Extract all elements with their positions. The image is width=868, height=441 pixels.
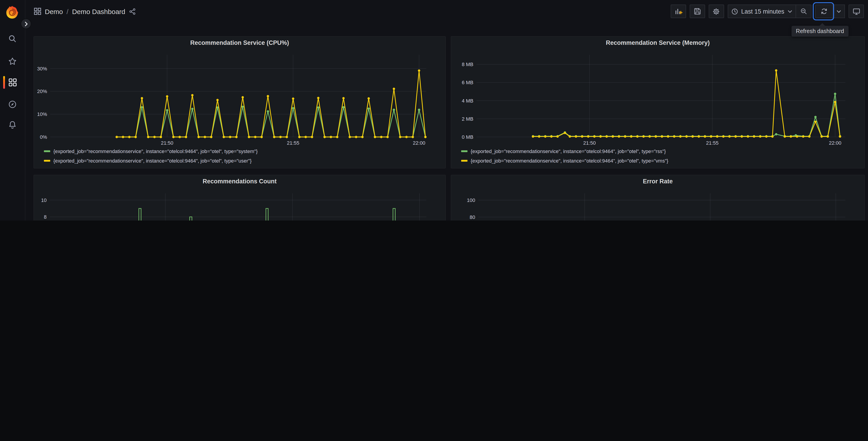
y-axis-tick-label: 8 — [44, 214, 46, 220]
dashboards-grid-icon[interactable] — [34, 8, 41, 15]
y-axis-tick-label: 2 MB — [462, 116, 473, 122]
y-axis-tick-label: 100 — [467, 198, 475, 203]
time-range-label: Last 15 minutes — [741, 8, 784, 15]
y-axis-tick-label: 30% — [37, 66, 47, 71]
sidebar-item-starred[interactable] — [0, 53, 25, 69]
y-axis-tick-label: 8 MB — [462, 62, 473, 67]
zoom-out-time-button[interactable] — [796, 4, 811, 18]
legend-series-label[interactable]: {exported_job="recommendationservice", i… — [53, 158, 252, 164]
compass-icon — [8, 100, 17, 109]
legend-series-label[interactable]: {exported_job="recommendationservice", i… — [471, 148, 666, 154]
legend-series-label[interactable]: {exported_job="recommendationservice", i… — [471, 158, 668, 164]
grafana-dashboard: Demo / Demo Dashboard Last 15 minutes — [0, 0, 868, 220]
x-axis-tick-label: 21:50 — [583, 140, 596, 146]
x-axis-tick-label: 21:50 — [161, 140, 173, 146]
sidebar-item-explore[interactable] — [0, 96, 25, 112]
time-controls: Last 15 minutes — [727, 4, 811, 18]
toolbar: Last 15 minutes — [671, 4, 864, 18]
panel-cpu: Recommendation Service (CPU%) 0%10%20%30… — [33, 36, 446, 169]
save-icon — [693, 8, 701, 15]
sidebar-item-dashboards[interactable] — [0, 75, 25, 90]
legend: {exported_job="recommendationservice", i… — [461, 146, 861, 166]
legend-series-label[interactable]: {exported_job="recommendationservice", i… — [53, 148, 258, 154]
y-axis-tick-label: 6 MB — [462, 80, 473, 85]
apps-grid-icon — [8, 78, 17, 86]
legend-item[interactable]: {exported_job="recommendationservice", i… — [44, 146, 442, 156]
y-axis-tick-label: 10% — [37, 111, 47, 117]
breadcrumb-section[interactable]: Demo — [45, 7, 63, 15]
share-icon[interactable] — [129, 8, 136, 15]
y-axis-tick-label: 80 — [470, 214, 475, 220]
grafana-logo-icon[interactable] — [5, 5, 20, 20]
x-axis-tick-label: 22:00 — [413, 140, 425, 146]
refresh-interval-picker[interactable] — [833, 4, 845, 18]
cycle-view-mode-button[interactable] — [848, 4, 864, 18]
legend-series-swatch[interactable] — [461, 160, 467, 162]
sidebar-item-alerting[interactable] — [0, 117, 25, 132]
y-axis-tick-label: 10 — [41, 198, 46, 203]
y-axis-tick-label: 4 MB — [462, 98, 473, 104]
x-axis-tick-label: 21:55 — [287, 140, 299, 146]
breadcrumb: Demo / Demo Dashboard — [34, 7, 136, 15]
sidebar — [0, 0, 25, 220]
y-axis-tick-label: 20% — [37, 89, 47, 94]
breadcrumb-separator: / — [66, 7, 68, 15]
refresh-dashboard-button[interactable] — [815, 4, 833, 18]
x-axis-tick-label: 22:00 — [829, 140, 841, 146]
dashboard-settings-button[interactable] — [709, 4, 724, 18]
plot-canvas[interactable]: 024681021:5021:5522:00 — [34, 175, 445, 220]
legend-series-swatch[interactable] — [44, 160, 50, 162]
panel-memory: Recommendation Service (Memory) 0 MB2 MB… — [451, 36, 865, 169]
chevron-down-icon — [836, 9, 841, 14]
chevron-down-icon — [787, 9, 793, 14]
active-indicator — [3, 76, 5, 89]
monitor-icon — [852, 7, 860, 15]
panel-recommendations-count: Recommendations Count 024681021:5021:552… — [33, 175, 446, 220]
legend-item[interactable]: {exported_job="recommendationservice", i… — [44, 156, 442, 166]
search-icon — [8, 34, 17, 43]
y-axis-tick-label: 0% — [40, 134, 47, 140]
plot-canvas[interactable]: 02040608010021:5021:5522:00 — [451, 175, 864, 220]
breadcrumb-dashboard[interactable]: Demo Dashboard — [72, 7, 125, 15]
panel-error-rate: Error Rate 02040608010021:5021:5522:00{i… — [451, 175, 865, 220]
sidebar-item-search[interactable] — [0, 31, 25, 46]
star-icon — [8, 57, 17, 65]
bell-icon — [8, 120, 17, 129]
legend: {exported_job="recommendationservice", i… — [44, 146, 442, 166]
add-panel-icon — [674, 7, 682, 16]
clock-icon — [731, 8, 738, 15]
add-panel-button[interactable] — [671, 4, 686, 18]
zoom-out-icon — [800, 8, 807, 15]
time-range-picker[interactable]: Last 15 minutes — [727, 4, 796, 18]
y-axis-tick-label: 0 MB — [462, 134, 473, 140]
sidebar-expand-button[interactable] — [21, 19, 31, 29]
x-axis-tick-label: 21:55 — [706, 140, 718, 146]
refresh-icon — [820, 8, 828, 15]
gear-icon — [712, 7, 720, 15]
legend-item[interactable]: {exported_job="recommendationservice", i… — [461, 146, 861, 156]
refresh-tooltip: Refresh dashboard — [791, 26, 848, 37]
save-dashboard-button[interactable] — [689, 4, 705, 18]
chevron-right-icon — [24, 22, 28, 26]
refresh-controls — [815, 4, 845, 18]
legend-item[interactable]: {exported_job="recommendationservice", i… — [461, 156, 861, 166]
dashboard-header: Demo / Demo Dashboard Last 15 minutes — [25, 0, 868, 23]
legend-series-swatch[interactable] — [44, 150, 50, 152]
legend-series-swatch[interactable] — [461, 150, 467, 152]
